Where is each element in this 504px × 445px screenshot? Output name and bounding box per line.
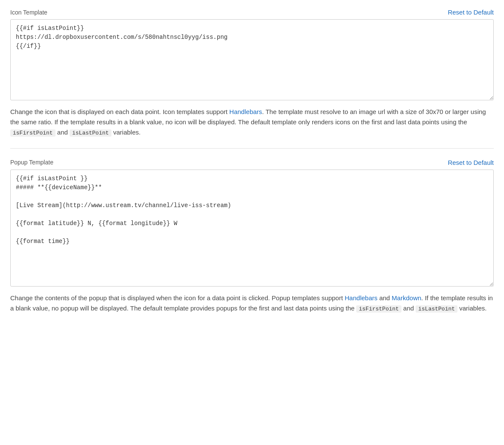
popup-template-section: Popup Template Reset to Default Change t… [10, 159, 494, 314]
popup-template-reset-button[interactable]: Reset to Default [448, 159, 494, 166]
handlebars-link-popup[interactable]: Handlebars [345, 294, 378, 302]
is-first-point-code-popup: isFirstPoint [356, 305, 401, 313]
icon-template-section: Icon Template Reset to Default Change th… [10, 9, 494, 138]
popup-template-header: Popup Template Reset to Default [10, 159, 494, 166]
icon-template-header: Icon Template Reset to Default [10, 9, 494, 16]
icon-template-description: Change the icon that is displayed on eac… [10, 107, 494, 138]
is-last-point-code-icon: isLastPoint [70, 129, 111, 137]
handlebars-link-icon[interactable]: Handlebars [229, 108, 262, 115]
markdown-link-popup[interactable]: Markdown [392, 294, 421, 302]
is-last-point-code-popup: isLastPoint [416, 305, 457, 313]
popup-template-label: Popup Template [10, 159, 53, 166]
popup-template-description: Change the contents of the popup that is… [10, 293, 494, 314]
icon-template-label: Icon Template [10, 9, 47, 16]
icon-template-textarea[interactable] [10, 19, 494, 100]
popup-template-textarea[interactable] [10, 170, 494, 287]
icon-template-reset-button[interactable]: Reset to Default [448, 9, 494, 16]
section-divider [10, 148, 494, 149]
is-first-point-code-icon: isFirstPoint [10, 129, 56, 137]
